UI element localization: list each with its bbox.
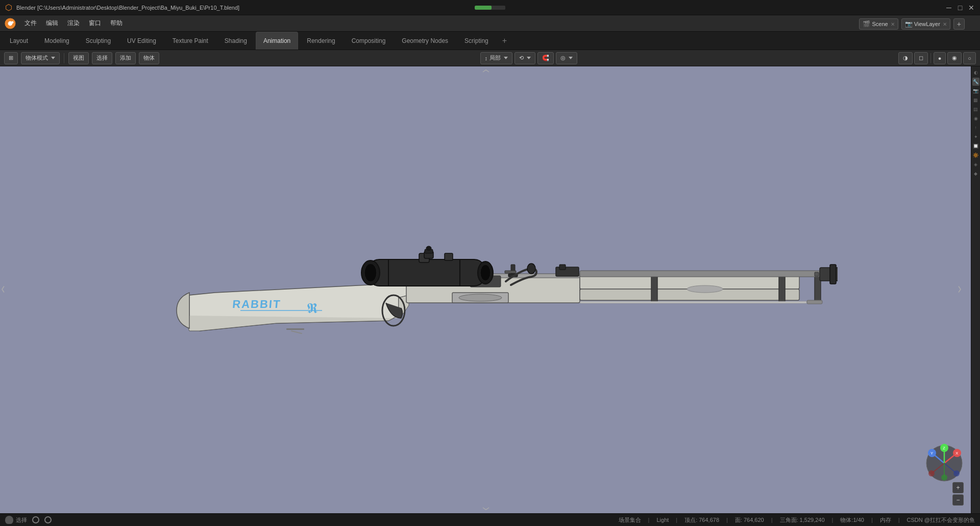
view-label: 视图 [73,54,84,62]
svg-point-64 [941,474,947,481]
menu-file[interactable]: 文件 [20,17,41,30]
panel-icon-world[interactable]: ▦ [972,96,979,104]
close-button[interactable]: ✕ [968,4,975,11]
proportional-2-icon: ◎ [560,55,566,61]
top-edge-arrow[interactable] [482,67,490,75]
tab-shading[interactable]: Shading [217,32,255,50]
menu-window[interactable]: 窗口 [85,17,105,30]
svg-rect-41 [580,301,807,303]
overlay-button[interactable]: ◑ [898,52,913,64]
object-menu-button[interactable]: 物体 [139,52,159,64]
zoom-controls: + − [952,482,964,506]
scene-selector[interactable]: 🎬 Scene ✕ [859,18,898,30]
panel-icon-modifier[interactable]: ◉ [972,114,979,123]
snap-button[interactable]: 🧲 [537,52,554,64]
viewport-gizmo[interactable]: X Y Z [924,443,965,485]
panel-icon-scene[interactable]: 📷 [972,87,979,95]
panel-icon-data[interactable]: 🔆 [972,151,979,159]
menu-edit[interactable]: 编辑 [42,17,62,30]
left-edge-arrow[interactable] [1,285,5,295]
object-mode-button[interactable]: 物体模式 [21,52,60,64]
svg-text:𝕽: 𝕽 [307,300,317,316]
svg-text:Z: Z [943,446,945,450]
memory-label: 内存 [880,516,891,524]
panel-icon-material[interactable]: ◈ [972,160,979,169]
gun-model: RABBIT 𝕽 [174,213,838,367]
panel-icon-physics[interactable]: ✦ [972,133,979,141]
right-edge-arrow[interactable] [958,285,962,295]
pivot-chevron-icon [527,57,531,59]
tab-animation[interactable]: Animation [256,32,298,50]
status-sep-3: | [726,517,728,523]
menu-render[interactable]: 渲染 [63,17,84,30]
tab-sculpting[interactable]: Sculpting [78,32,118,50]
svg-text:X: X [955,451,959,456]
panel-icon-properties[interactable]: ◐ [972,68,979,77]
blender-logo-icon: ⬡ [5,3,12,12]
panel-icon-render[interactable]: ◆ [972,170,979,178]
material-shading-button[interactable]: ◉ [947,52,962,64]
viewlayer-x-icon[interactable]: ✕ [943,21,947,27]
minimize-button[interactable]: ─ [945,4,952,11]
add-icon: + [957,20,961,28]
status-tris: 三角面: 1,529,240 [780,516,825,524]
panel-icon-active[interactable]: 🔧 [972,78,979,86]
status-bar: 选择 场景集合 | Light | 顶点: 764,678 | 面: 764,6… [0,513,980,526]
panel-icon-object[interactable]: ▤ [972,105,979,113]
svg-point-21 [364,264,377,282]
tab-uv-editing[interactable]: UV Editing [119,32,164,50]
blender-logo[interactable] [4,17,16,30]
right-mouse-icon [44,516,52,523]
svg-point-2 [11,21,13,23]
pivot-icon: ⟲ [519,55,524,61]
tab-geometry-nodes[interactable]: Geometry Nodes [394,32,456,50]
tab-rendering[interactable]: Rendering [299,32,342,50]
tab-compositing[interactable]: Compositing [344,32,394,50]
scene-name: Scene [872,21,888,27]
maximize-button[interactable]: □ [957,4,964,11]
select-menu-button[interactable]: 选择 [92,52,112,64]
transform-pivot-button[interactable]: ⟲ [514,52,535,64]
status-right [44,516,52,523]
status-scene: 场景集合 [619,516,641,524]
status-sep-6: | [871,517,873,523]
zoom-out-button[interactable]: − [952,494,964,506]
zoom-in-button[interactable]: + [952,482,964,493]
title-right-controls[interactable]: ─ □ ✕ [945,4,975,11]
tris-label: 三角面: [780,516,798,524]
bottom-edge-arrow[interactable] [482,505,490,512]
proportional-edit-2[interactable]: ◎ [556,52,577,64]
proportional-edit-button[interactable]: ↕ 局部 [480,52,513,64]
proportional-icon: ↕ [485,55,488,61]
faces-label: 面: [735,516,742,524]
proportional-label: 局部 [489,54,501,62]
view-menu-button[interactable]: 视图 [68,52,89,64]
xray-button[interactable]: ◻ [914,52,928,64]
solid-shading-button[interactable]: ● [934,52,946,64]
add-workspace-button[interactable]: + [497,32,512,50]
panel-icon-particles[interactable]: ↑ [972,124,979,132]
main-viewport: RABBIT 𝕽 [0,66,972,513]
svg-point-60 [928,470,935,476]
menu-help[interactable]: 帮助 [106,17,127,30]
mode-chevron-icon [51,57,55,59]
rendered-shading-button[interactable]: ○ [963,52,976,64]
add-scene-button[interactable]: + [953,18,965,30]
cleaning-rod [580,300,822,304]
overlay-icon: ◑ [903,55,908,61]
tab-modeling[interactable]: Modeling [37,32,77,50]
tab-texture-paint[interactable]: Texture Paint [165,32,216,50]
viewlayer-name: ViewLayer [914,21,940,27]
svg-rect-47 [559,265,566,270]
header-toolbar: ⊞ 物体模式 视图 选择 添加 物体 ↕ 局部 ⟲ 🧲 ◎ [0,50,980,66]
editor-type-button[interactable]: ⊞ [4,52,18,64]
panel-icon-constraints[interactable]: 🔲 [972,142,979,150]
tab-layout[interactable]: Layout [2,32,36,50]
viewlayer-selector[interactable]: 📷 ViewLayer ✕ [901,18,950,30]
add-menu-button[interactable]: 添加 [115,52,136,64]
scene-x-icon[interactable]: ✕ [891,21,895,27]
svg-point-19 [480,265,491,281]
svg-text:Y: Y [930,451,934,456]
status-sep-2: | [676,517,677,523]
tab-scripting[interactable]: Scripting [457,32,496,50]
